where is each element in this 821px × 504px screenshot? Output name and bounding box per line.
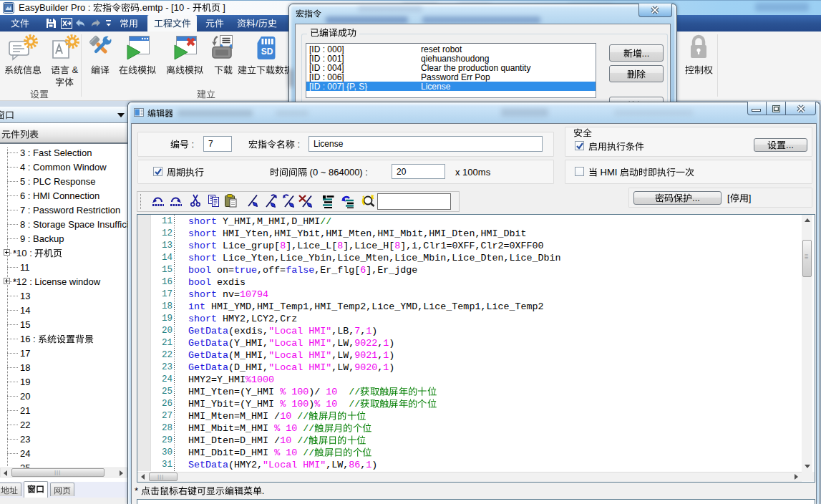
svg-text:SD: SD <box>261 47 273 57</box>
